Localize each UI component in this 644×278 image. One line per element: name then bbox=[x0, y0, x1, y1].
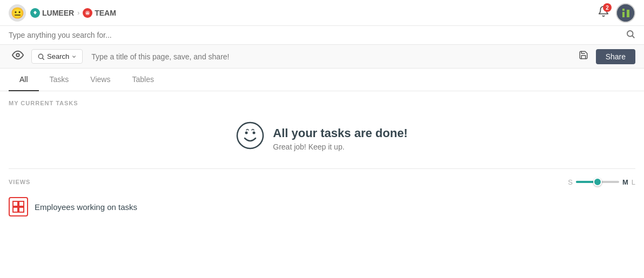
tab-all[interactable]: All bbox=[9, 69, 39, 91]
tasks-done-title: All your tasks are done! bbox=[273, 126, 407, 140]
user-avatar-small[interactable]: 😐 bbox=[9, 4, 26, 22]
page-title-input[interactable] bbox=[87, 50, 571, 63]
view-item[interactable]: Employees working on tasks bbox=[9, 191, 635, 223]
save-button[interactable] bbox=[575, 48, 592, 65]
share-button[interactable]: Share bbox=[596, 49, 635, 64]
tab-tables[interactable]: Tables bbox=[121, 69, 164, 91]
notification-badge: 2 bbox=[603, 3, 612, 12]
view-item-name: Employees working on tasks bbox=[35, 202, 137, 212]
breadcrumb: LUMEER › TEAM bbox=[30, 8, 116, 18]
eye-button[interactable] bbox=[9, 47, 27, 66]
current-tasks-label: MY CURRENT TASKS bbox=[9, 91, 635, 111]
size-l-label[interactable]: L bbox=[632, 178, 635, 186]
views-label: VIEWS bbox=[9, 179, 30, 185]
search-dropdown-button[interactable]: Search bbox=[31, 49, 83, 64]
view-item-icon bbox=[9, 197, 28, 216]
svg-point-11 bbox=[245, 132, 248, 134]
svg-point-10 bbox=[237, 123, 263, 148]
tab-views[interactable]: Views bbox=[79, 69, 121, 91]
team-label: TEAM bbox=[95, 9, 116, 17]
lumeer-label: LUMEER bbox=[42, 9, 74, 17]
search-dropdown-label: Search bbox=[47, 52, 69, 60]
svg-line-9 bbox=[43, 58, 44, 59]
tasks-done-subtitle: Great job! Keep it up. bbox=[273, 143, 407, 151]
toolbar: Search Share bbox=[0, 45, 644, 69]
size-s-label[interactable]: S bbox=[568, 178, 573, 186]
svg-rect-13 bbox=[13, 201, 18, 206]
nav-right: 2 bbox=[598, 3, 635, 23]
search-submit-button[interactable] bbox=[626, 29, 635, 41]
views-header: VIEWS S M L bbox=[9, 169, 635, 191]
svg-rect-3 bbox=[627, 10, 629, 17]
user-profile-avatar[interactable] bbox=[616, 3, 635, 23]
breadcrumb-team[interactable]: TEAM bbox=[83, 8, 116, 18]
tab-tasks[interactable]: Tasks bbox=[39, 69, 80, 91]
tasks-done-text: All your tasks are done! Great job! Keep… bbox=[273, 126, 407, 151]
breadcrumb-separator: › bbox=[77, 9, 79, 17]
svg-rect-15 bbox=[13, 207, 18, 212]
notifications-button[interactable]: 2 bbox=[598, 5, 609, 20]
tasks-done-section: All your tasks are done! Great job! Keep… bbox=[9, 111, 635, 168]
global-search-bar bbox=[0, 26, 644, 45]
main-content: MY CURRENT TASKS All your tasks are done… bbox=[0, 91, 644, 223]
svg-rect-14 bbox=[19, 201, 24, 206]
svg-line-6 bbox=[632, 36, 634, 37]
size-m-label[interactable]: M bbox=[622, 178, 628, 186]
svg-point-1 bbox=[617, 4, 634, 22]
svg-point-7 bbox=[16, 53, 19, 57]
size-control: S M L bbox=[568, 177, 635, 187]
nav-left: 😐 LUMEER › TEAM bbox=[9, 4, 116, 22]
svg-rect-16 bbox=[19, 207, 24, 212]
global-search-input[interactable] bbox=[9, 31, 626, 39]
tabs-row: All Tasks Views Tables bbox=[0, 69, 644, 91]
svg-rect-2 bbox=[622, 12, 625, 17]
team-icon bbox=[83, 8, 92, 18]
top-nav: 😐 LUMEER › TEAM 2 bbox=[0, 0, 644, 26]
size-slider[interactable] bbox=[576, 177, 619, 187]
lumeer-icon bbox=[30, 8, 40, 18]
svg-rect-4 bbox=[622, 9, 625, 11]
breadcrumb-lumeer[interactable]: LUMEER bbox=[30, 8, 74, 18]
svg-point-12 bbox=[253, 132, 256, 134]
smiley-icon bbox=[236, 121, 264, 155]
